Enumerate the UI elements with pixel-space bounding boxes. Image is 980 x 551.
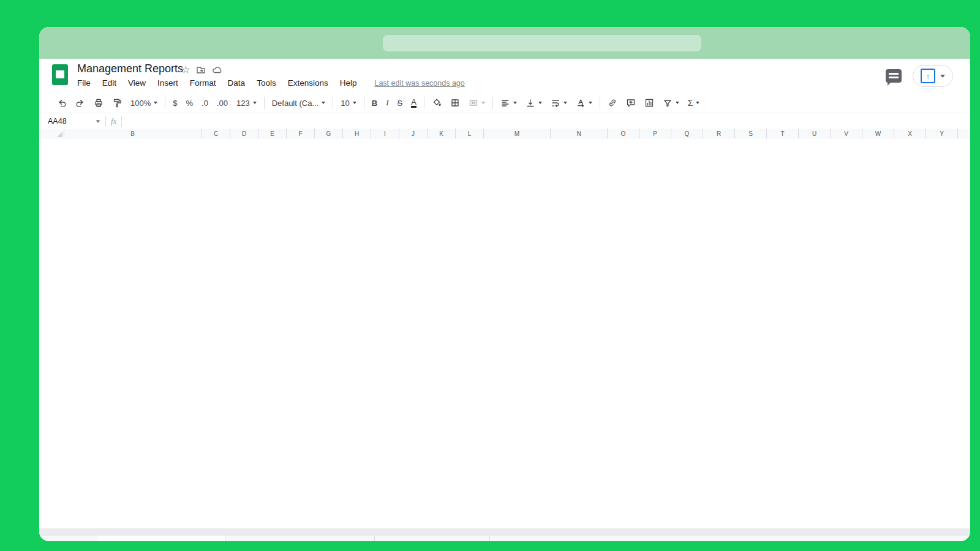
format-defaultca-button[interactable]: Default (Ca... [268,96,330,110]
column-header-H[interactable]: H [343,129,371,138]
column-header-D[interactable]: D [230,129,258,138]
menu-format[interactable]: Format [190,78,216,88]
menu-view[interactable]: View [128,78,146,88]
toolbar-label: A [411,98,417,108]
paint-format-button[interactable] [108,96,126,110]
format-0-button[interactable]: .0 [197,96,213,110]
sheet-tab-management-reports[interactable]: Management Reports [98,536,225,541]
redo-button[interactable] [71,96,89,110]
column-header-P[interactable]: P [639,129,671,138]
sheet-tab-client-dashboard[interactable]: Client Dashboard... [375,536,490,541]
merge-cells-button[interactable] [464,96,489,110]
dropdown-caret-icon [253,102,257,104]
star-icon[interactable]: ☆ [181,64,190,75]
column-header-F[interactable]: F [287,129,315,138]
column-headers: BCDEFGHIJKLMNOPQRSTUVWXY [39,129,970,140]
toolbar-label: .00 [217,99,228,108]
column-header-W[interactable]: W [862,129,894,138]
column-header-K[interactable]: K [428,129,456,138]
share-caret-icon[interactable] [940,75,945,78]
fill-color-button[interactable] [428,96,446,110]
insert-chart-button[interactable] [640,96,658,110]
column-header-U[interactable]: U [799,129,831,138]
vertical-align-button[interactable] [521,96,546,110]
format-00-button[interactable]: .00 [213,96,232,110]
last-edit-status[interactable]: Last edit was seconds ago [374,79,464,88]
format-s-button[interactable]: S [393,96,407,110]
browser-tab-placeholder[interactable] [383,35,701,51]
share-button[interactable]: ↑ [913,65,953,87]
spreadsheet-grid [39,139,970,528]
format-100-button[interactable]: 100% [126,96,162,110]
comment-history-icon[interactable] [886,69,902,83]
menu-insert[interactable]: Insert [157,78,178,88]
menu-data[interactable]: Data [228,78,246,88]
format-b-button[interactable]: B [368,96,382,110]
text-rotation-button[interactable] [571,96,597,110]
redo-icon [75,98,85,108]
fill-color-icon [432,98,442,108]
insert-comment-icon [626,98,636,108]
filter-button[interactable] [658,96,684,110]
column-header-L[interactable]: L [456,129,484,138]
sheet-tab-bar: + ≡ Management ReportsReports - Initial … [39,536,970,541]
cloud-status-icon[interactable] [212,65,222,75]
column-header-G[interactable]: G [315,129,343,138]
toolbar-label: Default (Ca... [272,99,319,108]
column-header-M[interactable]: M [484,129,551,138]
toolbar-label: I [386,98,388,108]
column-header-R[interactable]: R [703,129,735,138]
menu-extensions[interactable]: Extensions [288,78,328,88]
document-title[interactable]: Management Reports [77,62,183,75]
format-i-button[interactable]: I [382,96,393,110]
format-10-button[interactable]: 10 [336,96,360,110]
add-sheet-button[interactable]: + [64,540,71,542]
column-header-B[interactable]: B [64,129,202,138]
undo-button[interactable] [53,96,71,110]
dropdown-caret-icon [589,102,592,104]
select-all-corner[interactable] [39,129,64,138]
column-header-N[interactable]: N [551,129,608,138]
dropdown-caret-icon [322,102,325,104]
column-header-X[interactable]: X [894,129,926,138]
namebox-caret-icon[interactable] [96,120,100,122]
toolbar-label: 10 [341,99,349,108]
menu-tools[interactable]: Tools [257,78,276,88]
toolbar-label: S [397,99,402,108]
column-header-T[interactable]: T [767,129,799,138]
format-123-button[interactable]: 123 [232,96,261,110]
sheet-tab-reports-initial-glide-setup[interactable]: Reports - Initial Glide Setup... [225,536,375,541]
insert-comment-button[interactable] [622,96,640,110]
column-header-Y[interactable]: Y [926,129,958,138]
format--button[interactable]: % [181,96,197,110]
functions-button[interactable]: Σ [684,96,704,110]
text-rotation-icon [576,98,586,108]
column-header-E[interactable]: E [258,129,287,138]
menu-help[interactable]: Help [340,78,357,88]
column-header-V[interactable]: V [831,129,862,138]
text-wrap-button[interactable] [546,96,571,110]
link-button[interactable] [603,96,622,110]
column-header-C[interactable]: C [202,129,230,138]
borders-button[interactable] [446,96,464,110]
print-button[interactable] [89,96,108,110]
column-header-I[interactable]: I [371,129,399,138]
toolbar-label: % [186,99,193,108]
print-icon [94,98,104,108]
align-left-button[interactable] [496,96,521,110]
menu-edit[interactable]: Edit [102,78,116,88]
functions-icon: Σ [688,98,693,108]
column-header-S[interactable]: S [735,129,767,138]
format--button[interactable]: $ [168,96,181,110]
column-header-O[interactable]: O [608,129,639,138]
merge-cells-icon [469,98,478,108]
format-a-button[interactable]: A [407,96,421,110]
all-sheets-button[interactable]: ≡ [81,541,87,541]
name-box[interactable]: AA48 [39,117,100,126]
sheets-logo-icon[interactable]: Profit and LossAcme IncFor the year ende… [52,64,68,85]
row-number-1[interactable]: 1 [56,70,64,78]
column-header-Q[interactable]: Q [671,129,703,138]
column-header-J[interactable]: J [399,129,428,138]
move-folder-icon[interactable] [196,65,206,75]
menu-file[interactable]: File [77,78,91,88]
